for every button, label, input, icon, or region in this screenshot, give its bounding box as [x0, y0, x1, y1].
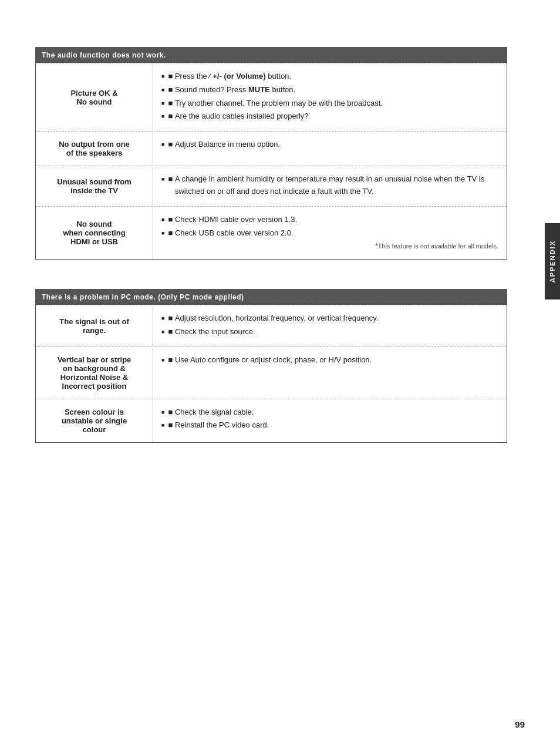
- bullet-item: ■ Try another channel. The problem may b…: [161, 97, 498, 110]
- bullet-item: ■ Check the input source.: [161, 326, 498, 338]
- pc-table-header: There is a problem in PC mode. (Only PC …: [36, 290, 507, 305]
- row-content-vertical-bar: ■ Use Auto configure or adjust clock, ph…: [153, 347, 507, 399]
- audio-table: The audio function does not work. Pictur…: [35, 47, 507, 260]
- table-row: Vertical bar or stripeon background &Hor…: [36, 346, 507, 399]
- page-number: 99: [515, 719, 525, 729]
- table-row: Picture OK &No sound ■ Press the ⁄ +/- (…: [36, 63, 507, 131]
- bullet-item: ■ Check HDMI cable over version 1.3.: [161, 214, 498, 226]
- row-label-picture-ok: Picture OK &No sound: [36, 63, 153, 131]
- bullet-item: ■ Press the ⁄ +/- (or Volume) button.: [161, 70, 498, 83]
- table-row: Screen colour isunstable or singlecolour…: [36, 399, 507, 442]
- row-label-vertical-bar: Vertical bar or stripeon background &Hor…: [36, 347, 153, 399]
- row-content-signal-range: ■ Adjust resolution, horizontal frequenc…: [153, 305, 507, 346]
- bullet-item: ■ Adjust Balance in menu option.: [161, 139, 498, 151]
- bullet-item: ■ Check the signal cable.: [161, 406, 498, 419]
- bullet-item: ■ Adjust resolution, horizontal frequenc…: [161, 312, 498, 325]
- row-label-signal-range: The signal is out ofrange.: [36, 305, 153, 346]
- audio-table-header: The audio function does not work.: [36, 48, 507, 63]
- table-row: The signal is out ofrange. ■ Adjust reso…: [36, 305, 507, 346]
- bullet-item: ■ Reinstall the PC video card.: [161, 419, 498, 432]
- table-note: *This feature is not available for all m…: [161, 241, 498, 252]
- bullet-item: ■ Are the audio cables installed properl…: [161, 110, 498, 123]
- row-content-no-output: ■ Adjust Balance in menu option.: [153, 132, 507, 166]
- row-content-picture-ok: ■ Press the ⁄ +/- (or Volume) button. ■ …: [153, 63, 507, 131]
- page-content: The audio function does not work. Pictur…: [0, 0, 560, 507]
- appendix-label: APPENDIX: [549, 240, 556, 282]
- row-content-hdmi-usb: ■ Check HDMI cable over version 1.3. ■ C…: [153, 207, 507, 259]
- row-label-unusual-sound: Unusual sound frominside the TV: [36, 166, 153, 206]
- bullet-item: ■ A change in ambient humidity or temper…: [161, 173, 498, 198]
- row-content-unusual-sound: ■ A change in ambient humidity or temper…: [153, 166, 507, 206]
- row-label-no-output: No output from oneof the speakers: [36, 132, 153, 166]
- bullet-item: ■ Sound muted? Press MUTE button.: [161, 84, 498, 96]
- appendix-sidebar: APPENDIX: [545, 223, 560, 300]
- row-content-screen-colour: ■ Check the signal cable. ■ Reinstall th…: [153, 399, 507, 442]
- table-row: No output from oneof the speakers ■ Adju…: [36, 131, 507, 166]
- table-row: No soundwhen connectingHDMI or USB ■ Che…: [36, 206, 507, 259]
- table-row: Unusual sound frominside the TV ■ A chan…: [36, 166, 507, 206]
- row-label-screen-colour: Screen colour isunstable or singlecolour: [36, 399, 153, 442]
- row-label-hdmi-usb: No soundwhen connectingHDMI or USB: [36, 207, 153, 259]
- bullet-item: ■ Use Auto configure or adjust clock, ph…: [161, 354, 498, 366]
- bullet-item: ■ Check USB cable over version 2.0.: [161, 227, 498, 240]
- pc-table: There is a problem in PC mode. (Only PC …: [35, 289, 507, 443]
